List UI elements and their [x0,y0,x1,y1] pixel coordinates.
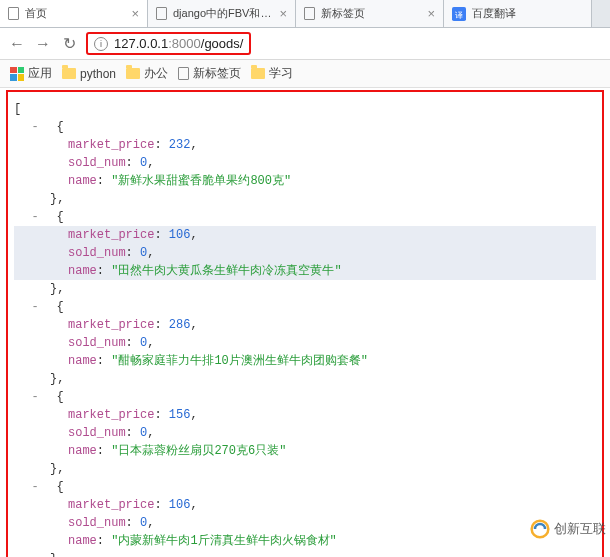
json-property-sold-num: sold_num: 0, [14,334,596,352]
json-property-market-price: market_price: 286, [14,316,596,334]
bookmark-study[interactable]: 学习 [251,65,293,82]
bookmark-bar: 应用 python 办公 新标签页 学习 [0,60,610,88]
json-property-name: name: "酣畅家庭菲力牛排10片澳洲生鲜牛肉团购套餐" [14,352,596,370]
watermark: 创新互联 [530,519,606,539]
collapse-toggle[interactable]: - [28,388,42,406]
folder-icon [62,68,76,79]
page-icon [156,7,167,20]
json-property-sold-num: sold_num: 0, [14,244,596,262]
collapse-toggle[interactable]: - [28,478,42,496]
json-property-name: name: "新鲜水果甜蜜香脆单果约800克" [14,172,596,190]
watermark-logo-icon [530,519,550,539]
json-object: - {market_price: 106,sold_num: 0,name: "… [14,478,596,557]
json-object: - {market_price: 156,sold_num: 0,name: "… [14,388,596,478]
object-body: market_price: 286,sold_num: 0,name: "酣畅家… [14,316,596,370]
apps-icon [10,67,24,81]
json-property-market-price: market_price: 156, [14,406,596,424]
url-text: 127.0.0.1:8000/goods/ [114,36,243,51]
json-object: - {market_price: 286,sold_num: 0,name: "… [14,298,596,388]
object-open: - { [14,478,596,496]
object-open: - { [14,298,596,316]
bookmark-newtab[interactable]: 新标签页 [178,65,241,82]
object-body: market_price: 232,sold_num: 0,name: "新鲜水… [14,136,596,190]
tab-bar: 首页 × django中的FBV和CBV × 新标签页 × 译 百度翻译 [0,0,610,28]
collapse-toggle[interactable]: - [28,208,42,226]
apps-label: 应用 [28,65,52,82]
bookmark-python[interactable]: python [62,67,116,81]
folder-icon [126,68,140,79]
bookmark-office[interactable]: 办公 [126,65,168,82]
object-close: }, [14,370,596,388]
page-icon [304,7,315,20]
object-body: market_price: 106,sold_num: 0,name: "田然牛… [14,226,596,280]
bookmark-label: 办公 [144,65,168,82]
json-property-sold-num: sold_num: 0, [14,514,596,532]
svg-text:译: 译 [455,10,463,19]
tab-django[interactable]: django中的FBV和CBV × [148,0,296,27]
json-property-market-price: market_price: 106, [14,226,596,244]
bookmark-label: python [80,67,116,81]
url-path: /goods/ [201,36,244,51]
forward-button[interactable]: → [34,35,52,53]
tab-title: 百度翻译 [472,6,583,21]
tab-title: 新标签页 [321,6,421,21]
url-host: 127.0.0.1 [114,36,168,51]
reload-button[interactable]: ↻ [60,34,78,53]
json-object: - {market_price: 232,sold_num: 0,name: "… [14,118,596,208]
collapse-toggle[interactable]: - [28,118,42,136]
tab-home[interactable]: 首页 × [0,0,148,27]
close-icon[interactable]: × [131,6,139,21]
page-icon [8,7,19,20]
array-open: [ [14,100,596,118]
translate-icon: 译 [452,7,466,21]
json-object: - {market_price: 106,sold_num: 0,name: "… [14,208,596,298]
collapse-toggle[interactable]: - [28,298,42,316]
tab-newtab[interactable]: 新标签页 × [296,0,444,27]
page-icon [178,67,189,80]
bookmark-label: 新标签页 [193,65,241,82]
object-close: }, [14,190,596,208]
object-open: - { [14,208,596,226]
object-body: market_price: 156,sold_num: 0,name: "日本蒜… [14,406,596,460]
folder-icon [251,68,265,79]
tab-title: 首页 [25,6,125,21]
json-property-market-price: market_price: 106, [14,496,596,514]
json-property-name: name: "内蒙新鲜牛肉1斤清真生鲜牛肉火锅食材" [14,532,596,550]
apps-button[interactable]: 应用 [10,65,52,82]
object-close: }, [14,280,596,298]
info-icon[interactable]: i [94,37,108,51]
close-icon[interactable]: × [279,6,287,21]
object-open: - { [14,388,596,406]
object-close: }, [14,460,596,478]
bookmark-label: 学习 [269,65,293,82]
url-input[interactable]: i 127.0.0.1:8000/goods/ [86,32,251,55]
watermark-text: 创新互联 [554,520,606,538]
back-button[interactable]: ← [8,35,26,53]
address-bar: ← → ↻ i 127.0.0.1:8000/goods/ [0,28,610,60]
json-property-sold-num: sold_num: 0, [14,424,596,442]
json-property-name: name: "田然牛肉大黄瓜条生鲜牛肉冷冻真空黄牛" [14,262,596,280]
object-close: }, [14,550,596,557]
json-property-name: name: "日本蒜蓉粉丝扇贝270克6只装" [14,442,596,460]
json-viewer: [ - {market_price: 232,sold_num: 0,name:… [6,90,604,557]
tab-translate[interactable]: 译 百度翻译 [444,0,592,27]
url-port: :8000 [168,36,201,51]
object-body: market_price: 106,sold_num: 0,name: "内蒙新… [14,496,596,550]
tab-title: django中的FBV和CBV [173,6,273,21]
json-property-sold-num: sold_num: 0, [14,154,596,172]
json-property-market-price: market_price: 232, [14,136,596,154]
close-icon[interactable]: × [427,6,435,21]
object-open: - { [14,118,596,136]
